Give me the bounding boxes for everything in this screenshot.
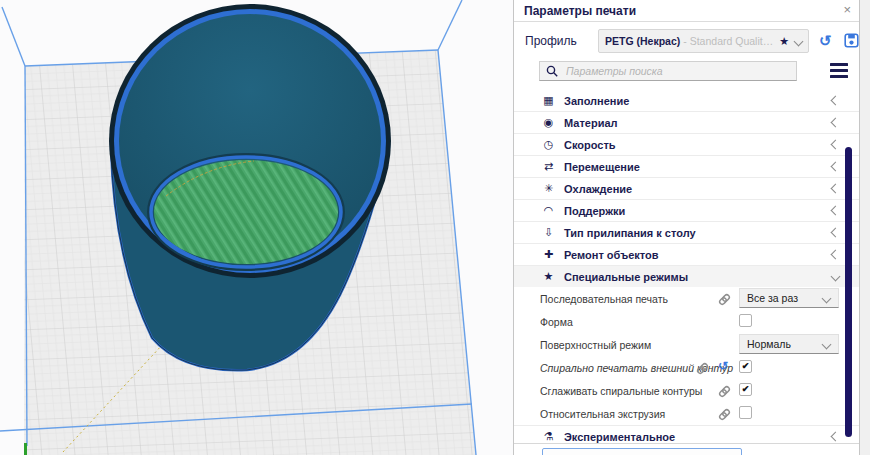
setting-relative-extrusion: Относительная экструзия (514, 402, 859, 425)
chevron-collapsed-icon (831, 228, 841, 238)
viewport-3d[interactable] (0, 0, 513, 455)
print-settings-panel: Параметры печати × Профиль PETG (Некрас)… (513, 0, 860, 455)
experimental-icon: ⚗ (540, 430, 557, 443)
panel-title-bar: Параметры печати × (514, 0, 859, 22)
special-modes-icon: ★ (540, 270, 557, 283)
setting-print-sequence: Последовательная печать Все за раз (514, 287, 859, 310)
chevron-collapsed-icon (831, 140, 841, 150)
settings-category-list: ▦ Заполнение ◉ Материал ◷ Скорость ⇄ Пер… (514, 90, 859, 447)
chevron-collapsed-icon (831, 250, 841, 260)
undo-icon[interactable]: ↺ (819, 32, 832, 50)
close-icon[interactable]: × (843, 2, 851, 17)
category-travel[interactable]: ⇄ Перемещение (514, 155, 859, 177)
bottom-action-button[interactable] (542, 448, 742, 455)
chevron-collapsed-icon (831, 118, 841, 128)
link-icon (718, 292, 731, 310)
link-icon (696, 361, 709, 379)
travel-icon: ⇄ (540, 160, 557, 173)
smooth-spiralized-checkbox[interactable]: ✔ (739, 383, 752, 396)
setting-mold: Форма (514, 310, 859, 333)
link-icon (718, 407, 731, 425)
mesh-fixes-icon: ✚ (540, 248, 557, 261)
support-icon: ◠ (540, 204, 557, 217)
search-box[interactable] (539, 61, 797, 81)
relative-extrusion-checkbox[interactable] (739, 406, 752, 419)
link-icon (718, 384, 731, 402)
category-speed[interactable]: ◷ Скорость (514, 133, 859, 155)
origin-axis-marker (24, 443, 27, 455)
save-icon[interactable] (844, 33, 859, 52)
chevron-down-icon (822, 293, 832, 303)
infill-icon: ▦ (540, 94, 557, 107)
adhesion-icon: ⇩ (540, 226, 557, 239)
top-surface-green (154, 160, 338, 264)
menu-icon[interactable] (830, 63, 848, 81)
category-support[interactable]: ◠ Поддержки (514, 199, 859, 221)
setting-smooth-spiralized: Сглаживать спиральные контуры ✔ (514, 379, 859, 402)
chevron-down-icon (822, 339, 832, 349)
star-icon: ★ (779, 35, 789, 48)
cooling-icon: ✳ (540, 182, 557, 195)
chevron-expanded-icon (831, 272, 841, 282)
panel-bottom-divider (514, 443, 859, 444)
chevron-collapsed-icon (831, 96, 841, 106)
profile-row: Профиль PETG (Некрас) - Standard Quality… (514, 29, 859, 55)
category-material[interactable]: ◉ Материал (514, 111, 859, 133)
chevron-collapsed-icon (831, 184, 841, 194)
search-row (514, 61, 859, 81)
category-special-modes[interactable]: ★ Специальные режимы (514, 265, 859, 287)
surface-mode-dropdown[interactable]: Нормаль (739, 334, 839, 354)
setting-spiralize: Спирально печатать внешний контур ↺ ✔ (514, 356, 859, 379)
speed-icon: ◷ (540, 138, 557, 151)
panel-title: Параметры печати (524, 4, 636, 18)
chevron-collapsed-icon (831, 206, 841, 216)
chevron-collapsed-icon (831, 162, 841, 172)
panel-scrollbar[interactable] (845, 147, 852, 437)
material-icon: ◉ (540, 116, 557, 129)
setting-surface-mode: Поверхностный режим Нормаль (514, 333, 859, 356)
print-sequence-dropdown[interactable]: Все за раз (739, 288, 839, 308)
search-icon (546, 65, 558, 77)
chevron-collapsed-icon (831, 432, 841, 442)
undo-icon[interactable]: ↺ (718, 359, 728, 373)
mold-checkbox[interactable] (739, 314, 752, 327)
category-infill[interactable]: ▦ Заполнение (514, 90, 859, 111)
category-adhesion[interactable]: ⇩ Тип прилипания к столу (514, 221, 859, 243)
profile-name: PETG (Некрас) (605, 35, 680, 47)
layer-preview-scene (0, 0, 513, 455)
profile-label: Профиль (525, 34, 577, 48)
spiralize-checkbox[interactable]: ✔ (739, 360, 752, 373)
chevron-down-icon (794, 36, 804, 46)
profile-suffix: - Standard Quality - 0.2mm (683, 35, 775, 47)
category-meshfixes[interactable]: ✚ Ремонт объектов (514, 243, 859, 265)
category-cooling[interactable]: ✳ Охлаждение (514, 177, 859, 199)
search-input[interactable] (564, 64, 790, 78)
profile-dropdown[interactable]: PETG (Некрас) - Standard Quality - 0.2mm… (598, 29, 809, 53)
